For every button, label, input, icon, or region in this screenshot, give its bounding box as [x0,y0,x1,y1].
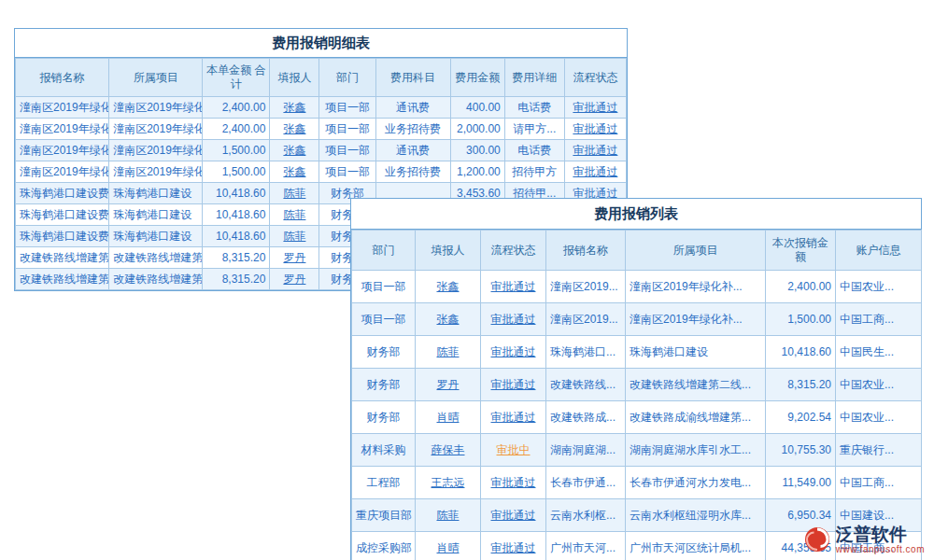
cell-link[interactable]: 审批通过 [481,271,546,303]
cell-link[interactable]: 审批中 [481,434,546,467]
cell-link[interactable]: 审批通过 [481,336,546,369]
table-cell: 改建铁路线增建第二 [109,269,203,290]
table-cell: 中国工商... [836,303,922,336]
cell-link[interactable]: 张鑫 [270,140,319,161]
cell-link[interactable]: 罗丹 [416,369,481,401]
column-header: 流程状态 [481,231,546,271]
table-cell: 项目一部 [352,271,416,303]
cell-link[interactable]: 陈菲 [416,336,481,369]
cell-link[interactable]: 审批通过 [481,532,546,560]
table-cell: 改建铁路成渝线增建第... [626,401,766,434]
table-cell: 珠海鹤港口建设费用 [16,204,109,226]
table-cell: 改建铁路线增建第二线... [626,369,766,401]
detail-header-row: 报销名称所属项目本单金额 合计填报人部门费用科目费用金额费用详细流程状态 [16,59,627,97]
cell-link[interactable]: 陈菲 [270,226,319,247]
table-cell: 珠海鹤港口建设 [109,183,203,204]
cell-link[interactable]: 张鑫 [416,303,481,336]
cell-link[interactable]: 肖晴 [416,401,481,434]
table-cell: 珠海鹤港口建设 [626,336,766,369]
table-row: 工程部王志远审批通过长春市伊通...长春市伊通河水力发电...11,549.00… [352,467,922,499]
table-cell: 业务招待费 [375,119,450,140]
table-cell: 10,418.60 [203,183,270,204]
table-cell: 中国工商... [836,467,922,499]
cell-link[interactable]: 薛保丰 [416,434,481,467]
cell-link[interactable]: 审批通过 [481,401,546,434]
cell-link[interactable]: 陈菲 [270,183,319,204]
table-cell: 改建铁路线增建第二 [16,247,109,269]
cell-link[interactable]: 罗丹 [270,247,319,269]
cell-link[interactable]: 张鑫 [270,97,319,119]
table-row: 财务部肖晴审批通过改建铁路成...改建铁路成渝线增建第...9,202.54中国… [352,401,922,434]
table-cell: 2,400.00 [766,271,836,303]
table-cell: 通讯费 [375,140,450,161]
column-header: 所属项目 [109,59,203,97]
table-cell: 项目一部 [319,119,375,140]
table-cell: 11,549.00 [766,467,836,499]
table-cell: 中国农业... [836,271,922,303]
table-cell: 长春市伊通河水力发电... [626,467,766,499]
table-cell: 重庆银行... [836,434,922,467]
table-cell: 通讯费 [375,97,450,119]
table-cell: 潼南区2019年绿化补... [626,271,766,303]
list-header-row: 部门填报人流程状态报销名称所属项目本次报销金额账户信息 [352,231,922,271]
table-cell: 1,500.00 [766,303,836,336]
column-header: 本次报销金额 [766,231,836,271]
table-cell: 10,418.60 [203,226,270,247]
column-header: 费用金额 [450,59,504,97]
table-cell: 业务招待费 [375,161,450,183]
table-cell: 10,418.60 [203,204,270,226]
table-cell: 云南水利枢... [546,499,626,532]
cell-link[interactable]: 张鑫 [270,161,319,183]
cell-link[interactable]: 审批通过 [564,97,626,119]
table-cell: 潼南区2019年绿化补... [626,303,766,336]
fanpu-logo-icon [803,525,831,553]
table-cell: 珠海鹤港口建设 [109,204,203,226]
table-cell: 重庆项目部 [352,499,416,532]
expense-list-title: 费用报销列表 [351,199,921,230]
table-cell: 请甲方... [504,119,564,140]
cell-link[interactable]: 审批通过 [481,303,546,336]
table-cell: 10,418.60 [766,336,836,369]
cell-link[interactable]: 罗丹 [270,269,319,290]
table-cell: 项目一部 [319,140,375,161]
cell-link[interactable]: 审批通过 [564,140,626,161]
cell-link[interactable]: 陈菲 [270,204,319,226]
table-cell: 中国民生... [836,336,922,369]
table-cell: 改建铁路线增建第二 [16,269,109,290]
table-cell: 潼南区2019年绿化补 [16,140,109,161]
cell-link[interactable]: 审批通过 [564,119,626,140]
column-header: 部门 [352,231,416,271]
table-cell: 中国农业... [836,401,922,434]
cell-link[interactable]: 审批通过 [564,161,626,183]
table-cell: 改建铁路线... [546,369,626,401]
table-cell: 潼南区2019年绿化补 [109,140,203,161]
watermark-brand: 泛普软件 [836,525,907,544]
table-cell: 9,202.54 [766,401,836,434]
table-cell: 财务部 [352,336,416,369]
cell-link[interactable]: 张鑫 [416,271,481,303]
table-cell: 400.00 [450,97,504,119]
column-header: 费用详细 [504,59,564,97]
cell-link[interactable]: 肖晴 [416,532,481,560]
column-header: 部门 [319,59,375,97]
column-header: 账户信息 [836,231,922,271]
cell-link[interactable]: 审批通过 [481,499,546,532]
table-cell: 1,500.00 [203,161,270,183]
table-row: 项目一部张鑫审批通过潼南区2019...潼南区2019年绿化补...1,500.… [352,303,922,336]
table-cell: 2,400.00 [203,119,270,140]
column-header: 本单金额 合计 [203,59,270,97]
column-header: 报销名称 [16,59,109,97]
cell-link[interactable]: 审批通过 [481,369,546,401]
table-cell: 财务部 [352,369,416,401]
table-cell: 2,000.00 [450,119,504,140]
cell-link[interactable]: 审批通过 [481,467,546,499]
table-cell: 广州市天河区统计局机... [626,532,766,560]
table-cell: 10,755.30 [766,434,836,467]
table-cell: 项目一部 [319,161,375,183]
cell-link[interactable]: 陈菲 [416,499,481,532]
cell-link[interactable]: 王志远 [416,467,481,499]
cell-link[interactable]: 张鑫 [270,119,319,140]
expense-list-window: 费用报销列表 部门填报人流程状态报销名称所属项目本次报销金额账户信息 项目一部张… [350,198,922,560]
table-cell: 1,500.00 [203,140,270,161]
table-cell: 湖南洞庭湖... [546,434,626,467]
